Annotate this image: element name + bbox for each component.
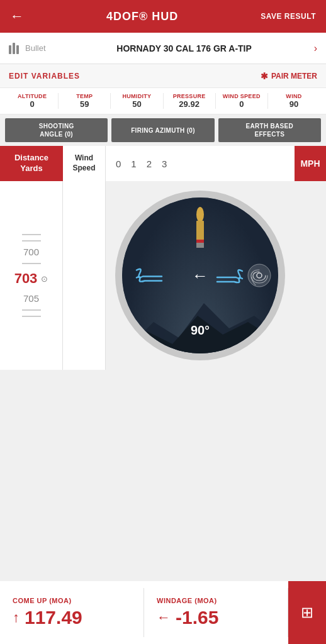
compass-area: ← [106,181,295,370]
altitude-var[interactable]: ALTITUDE 0 [6,93,59,109]
wind-speed-label: WIND SPEED [216,93,267,100]
windage-label: WINDAGE (MOA) [157,597,275,604]
crosshair-icon[interactable]: ⊙ [41,274,48,284]
windage-value-row: ← -1.65 [157,607,275,628]
temp-label: TEMP [59,93,110,100]
wind-speed-var[interactable]: WIND SPEED 0 [216,93,268,109]
come-up-arrow-icon: ↑ [13,609,20,626]
come-up-value-row: ↑ 117.49 [13,607,131,628]
wind-num-0: 0 [116,158,121,169]
wind-var[interactable]: WIND 90 [268,93,320,109]
wind-right-icon [214,265,245,286]
compass-inner: ← [122,197,278,353]
save-result-button[interactable]: SAVE RESULT [261,12,316,21]
distance-dash-2 [22,240,41,242]
fingerprint-icon[interactable] [247,263,272,288]
temp-var[interactable]: TEMP 59 [59,93,111,109]
wind-speed-value: 0 [216,99,267,109]
wind-label: WIND [268,93,320,100]
wind-speed-header: WindSpeed [63,146,106,181]
shooting-angle-button[interactable]: SHOOTINGANGLE (0) [5,118,108,142]
wind-num-2: 2 [147,158,152,169]
altitude-value: 0 [6,99,58,109]
come-up-value: 117.49 [25,607,82,628]
humidity-var[interactable]: HUMIDITY 50 [111,93,163,109]
svg-rect-5 [196,243,204,248]
distance-yards-header: DistanceYards [0,146,63,181]
distance-dash-1 [22,234,41,235]
bullet-label: Bullet [25,43,46,53]
mph-col [295,181,326,370]
altitude-label: ALTITUDE [6,93,58,100]
page-title: 4DOF® HUD [106,10,178,23]
bullet-icon [9,43,19,54]
bullet-projectile [194,207,206,252]
app-header: ← 4DOF® HUD SAVE RESULT [0,0,326,33]
action-buttons-row: SHOOTINGANGLE (0) FIRING AZIMUTH (0) EAR… [0,114,326,146]
calculator-button[interactable]: ⊞ [288,581,326,644]
humidity-label: HUMIDITY [111,93,162,100]
mountain-silhouette [122,284,278,353]
svg-rect-4 [196,240,204,243]
spacer [0,370,326,426]
calculator-icon: ⊞ [301,604,313,621]
pair-meter-button[interactable]: ✱ PAIR METER [261,71,317,81]
distance-item-703[interactable]: 703 [14,267,38,289]
pair-meter-label: PAIR METER [271,72,317,80]
temp-value: 59 [59,99,110,109]
wind-numbers-header: 0 1 2 3 [106,146,295,181]
edit-variables-label[interactable]: EDIT VARIABLES [9,72,80,80]
humidity-value: 50 [111,99,162,109]
bluetooth-icon: ✱ [261,71,268,81]
back-button[interactable]: ← [10,8,24,25]
bottom-stats: COME UP (MOA) ↑ 117.49 WINDAGE (MOA) ← -… [0,581,326,644]
bullet-chevron-icon: › [314,43,317,54]
wind-num-1: 1 [131,158,136,169]
bullet-row[interactable]: Bullet HORNADY 30 CAL 176 GR A-TIP › [0,33,326,64]
windage-block: WINDAGE (MOA) ← -1.65 [144,588,288,637]
distance-item-700[interactable]: 700 [23,245,39,260]
compass-outer: ← [115,191,285,360]
wind-speed-col [63,181,106,370]
distance-active-row: 703 ⊙ [14,267,48,289]
windage-value: -1.65 [176,607,218,628]
firing-azimuth-button[interactable]: FIRING AZIMUTH (0) [111,118,214,142]
wind-direction-arrow: ← [192,266,208,286]
mph-button[interactable]: MPH [295,146,326,181]
distance-list[interactable]: 700 703 ⊙ 705 [0,181,63,370]
pressure-label: PRESSURE [164,93,215,100]
distance-dash-3 [22,263,41,264]
bullet-name: HORNADY 30 CAL 176 GR A-TIP [55,43,314,53]
compass[interactable]: ← [115,191,285,360]
windage-arrow-icon: ← [157,609,171,626]
earth-based-effects-button[interactable]: EARTH BASEDEFFECTS [218,118,321,142]
degree-label: 90° [191,323,210,338]
come-up-label: COME UP (MOA) [13,597,131,604]
table-body: 700 703 ⊙ 705 [0,181,326,370]
pressure-var[interactable]: PRESSURE 29.92 [164,93,216,109]
wind-num-3: 3 [162,158,167,169]
pressure-value: 29.92 [164,99,215,109]
svg-point-2 [196,207,204,222]
come-up-block: COME UP (MOA) ↑ 117.49 [0,588,144,637]
distance-dash-5 [22,316,41,317]
distance-item-705[interactable]: 705 [23,291,39,306]
wind-value: 90 [268,99,320,109]
wind-left-icon [133,264,165,287]
distance-dash-4 [22,309,41,311]
edit-variables-row: EDIT VARIABLES ✱ PAIR METER [0,64,326,88]
variables-row: ALTITUDE 0 TEMP 59 HUMIDITY 50 PRESSURE … [0,88,326,114]
table-header: DistanceYards WindSpeed 0 1 2 3 MPH [0,146,326,181]
